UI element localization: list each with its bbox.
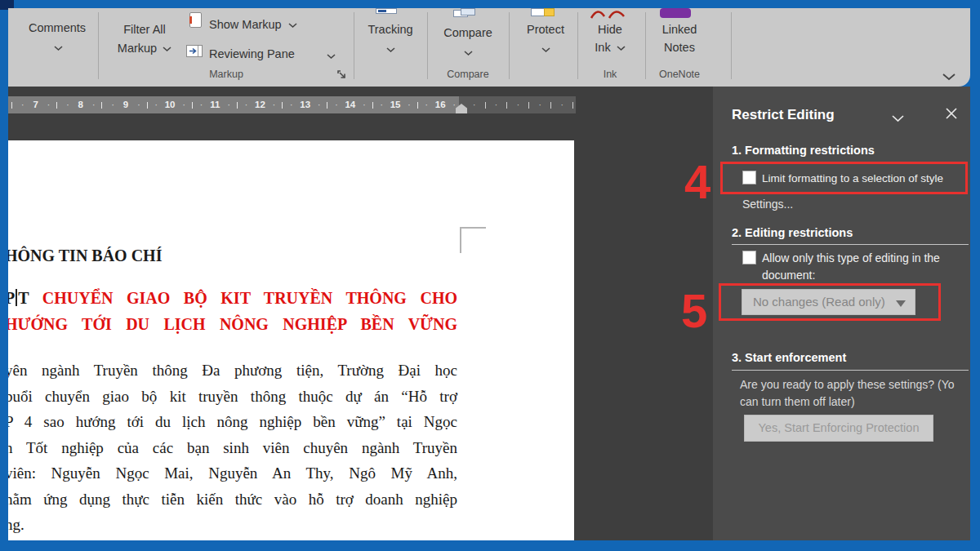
section-divider	[732, 370, 969, 371]
editing-restrictions-heading: 2. Editing restrictions	[732, 226, 853, 239]
tracking-button[interactable]: Tracking	[358, 23, 423, 36]
start-enforcement-heading: 3. Start enforcement	[732, 351, 846, 364]
enforcement-text-line1: Are you ready to apply these settings? (…	[740, 378, 955, 391]
collapse-ribbon-chevron-icon[interactable]	[942, 70, 956, 83]
show-markup-icon	[189, 12, 202, 28]
section-divider	[732, 244, 969, 245]
app-window: Comments Filter All Markup Show Markup R…	[0, 0, 980, 551]
comments-button[interactable]: Comments	[20, 21, 95, 34]
group-separator	[98, 12, 99, 79]
reviewing-pane-button[interactable]: Reviewing Pane	[209, 47, 295, 60]
annotation-box-step5	[719, 283, 941, 321]
formatting-restrictions-heading: 1. Formatting restrictions	[732, 144, 875, 157]
doc-line: P 4 sao hướng tới du lịch nông nghiệp bề…	[8, 409, 457, 435]
group-separator	[509, 12, 510, 79]
filter-all-markup-button[interactable]: Filter All Markup	[108, 23, 181, 55]
pane-title: Restrict Editing	[732, 107, 835, 123]
doc-red-title-line1: PT CHUYỂN GIAO BỘ KIT TRUYỀN THÔNG CHO	[8, 289, 457, 308]
enforcement-text-line2: can turn them off later)	[740, 395, 855, 408]
annotation-number-4: 4	[684, 158, 710, 206]
annotation-box-step4	[720, 162, 968, 194]
group-separator	[427, 12, 428, 79]
doc-line: ng.	[8, 512, 457, 538]
hide-ink-button[interactable]: Hide Ink	[577, 23, 643, 54]
markup-dialog-launcher-icon[interactable]	[337, 70, 348, 83]
protect-button[interactable]: Protect	[513, 23, 578, 36]
group-separator	[731, 12, 732, 79]
text-boundary-corner-mark	[460, 227, 486, 253]
doc-line: viên: Nguyễn Ngọc Mai, Nguyễn An Thy, Ng…	[8, 460, 457, 487]
reviewing-pane-chevron-icon[interactable]	[327, 49, 336, 62]
reviewing-pane-icon	[186, 45, 203, 57]
doc-line: buổi chuyển giao bộ kit truyền thông thu…	[8, 384, 457, 410]
hide-ink-icon	[590, 8, 626, 21]
tracking-chevron-icon[interactable]	[386, 42, 395, 56]
compare-chevron-icon[interactable]	[464, 46, 473, 59]
doc-line: yên ngành Truyền thông Đa phương tiện, T…	[8, 358, 457, 384]
ribbon-review-tab: Comments Filter All Markup Show Markup R…	[8, 8, 970, 87]
ruler-margin-area: ·· ·· ·	[470, 96, 576, 113]
comments-dropdown-chevron-icon[interactable]	[54, 41, 63, 54]
annotation-number-5: 5	[681, 287, 707, 335]
allow-editing-checkbox[interactable]	[742, 251, 756, 264]
markup-group-label: Markup	[194, 69, 259, 80]
doc-red-title-line2: HƯỚNG TỚI DU LỊCH NÔNG NGHIỆP BỀN VỮNG	[8, 315, 457, 334]
compare-group-label: Compare	[435, 69, 501, 80]
linked-notes-button[interactable]: Linked Notes	[647, 23, 712, 54]
doc-paragraph: yên ngành Truyền thông Đa phương tiện, T…	[8, 358, 457, 538]
group-separator	[645, 12, 646, 79]
allow-editing-label-line2: document:	[762, 269, 815, 282]
compare-button[interactable]: Compare	[435, 26, 501, 39]
text-cursor	[16, 289, 17, 306]
horizontal-ruler[interactable]: ·7· ·8· ·9· ·10· ·11· ·12· ·13· ·14· ·15…	[8, 96, 576, 113]
document-page[interactable]: HÔNG TIN BÁO CHÍ PT CHUYỂN GIAO BỘ KIT T…	[8, 140, 574, 540]
tracking-icon	[376, 8, 397, 14]
protect-chevron-icon[interactable]	[541, 42, 550, 56]
pane-close-icon[interactable]	[946, 108, 957, 122]
start-enforcing-protection-button[interactable]: Yes, Start Enforcing Protection	[744, 415, 933, 442]
document-canvas: ·7· ·8· ·9· ·10· ·11· ·12· ·13· ·14· ·15…	[8, 87, 970, 540]
doc-line: hằm ứng dụng thực tiễn kiến thức vào hỗ …	[8, 487, 457, 513]
onenote-group-label: OneNote	[647, 69, 712, 80]
ruler-text-area: ·7· ·8· ·9· ·10· ·11· ·12· ·13· ·14· ·15…	[8, 96, 459, 113]
settings-link[interactable]: Settings...	[742, 198, 793, 211]
show-markup-button[interactable]: Show Markup	[209, 18, 297, 31]
doc-heading: HÔNG TIN BÁO CHÍ	[8, 247, 162, 265]
linked-notes-icon	[660, 8, 691, 18]
pane-options-chevron-icon[interactable]	[891, 111, 905, 126]
group-separator	[354, 12, 354, 79]
ink-group-label: Ink	[577, 69, 643, 80]
doc-line: n Tốt nghiệp của các bạn sinh viên chuyê…	[8, 435, 457, 461]
allow-editing-label-line1: Allow only this type of editing in the	[762, 251, 940, 264]
